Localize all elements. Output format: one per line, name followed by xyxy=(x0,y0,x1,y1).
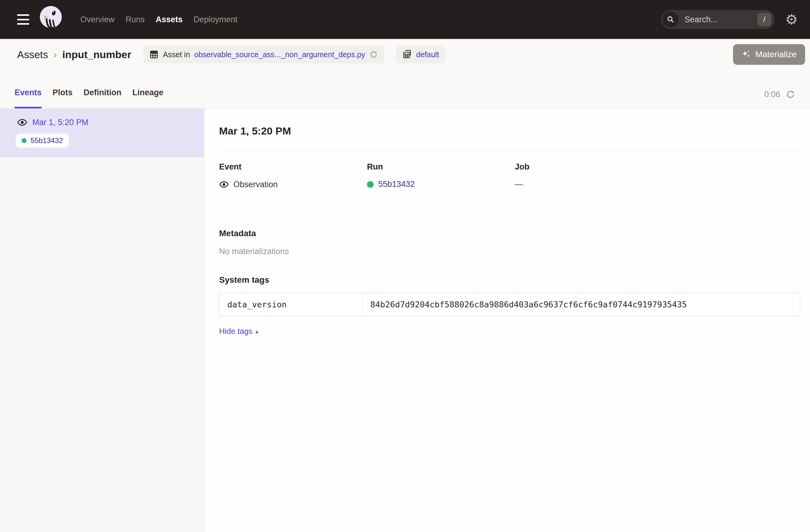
asset-group-icon xyxy=(402,50,412,59)
breadcrumb-separator-icon: › xyxy=(53,49,57,60)
divider xyxy=(219,214,800,214)
job-column-label: Job xyxy=(515,162,800,172)
nav-item-overview[interactable]: Overview xyxy=(80,15,115,25)
event-list-item-selected[interactable]: Mar 1, 5:20 PM 55b13432 xyxy=(0,109,204,157)
run-id-link[interactable]: 55b13432 xyxy=(378,180,415,189)
asset-group-link[interactable]: default xyxy=(416,50,439,59)
metadata-empty-text: No materializations xyxy=(219,247,800,256)
event-summary-grid: Event Observation Run 55b13432 xyxy=(219,162,800,189)
sparkle-icon xyxy=(742,50,751,59)
refresh-countdown: 0:06 xyxy=(764,90,795,108)
asset-definition-chip[interactable]: Asset in observable_source_ass..._non_ar… xyxy=(143,46,384,63)
materialize-button-label: Materialize xyxy=(756,50,797,59)
page-title: input_number xyxy=(62,49,131,61)
run-id-label: 55b13432 xyxy=(30,136,63,145)
run-id-chip[interactable]: 55b13432 xyxy=(16,134,69,148)
asset-source-file-link[interactable]: observable_source_ass..._non_argument_de… xyxy=(194,50,365,59)
event-timestamp-link[interactable]: Mar 1, 5:20 PM xyxy=(32,118,88,127)
dagster-logo-icon[interactable] xyxy=(38,5,63,34)
search-icon xyxy=(663,12,679,27)
tag-value-cell: 84b26d7d9204cbf588026c8a9886d403a6c9637c… xyxy=(362,293,800,316)
caret-up-icon: ▴ xyxy=(256,328,258,335)
tab-plots[interactable]: Plots xyxy=(53,88,73,108)
hamburger-menu-icon[interactable] xyxy=(17,14,29,25)
primary-nav: Overview Runs Assets Deployment xyxy=(80,15,237,25)
tab-definition[interactable]: Definition xyxy=(84,88,122,108)
hide-tags-label: Hide tags xyxy=(219,326,253,336)
divider xyxy=(219,150,800,151)
refresh-timer: 0:06 xyxy=(764,90,780,99)
job-empty-value: — xyxy=(515,180,523,189)
refresh-icon[interactable] xyxy=(785,90,795,99)
breadcrumb-assets-link[interactable]: Assets xyxy=(17,49,48,61)
search-shortcut-key: / xyxy=(757,13,771,26)
table-icon xyxy=(149,50,159,59)
run-column-label: Run xyxy=(367,162,515,172)
asset-detail-tabs: Events Plots Definition Lineage 0:06 xyxy=(0,70,810,109)
search-placeholder: Search... xyxy=(685,15,717,25)
run-column: Run 55b13432 xyxy=(367,162,515,189)
breadcrumb: Assets › input_number Asset in observabl… xyxy=(0,39,810,70)
search-input[interactable]: Search... / xyxy=(661,10,774,29)
tab-lineage[interactable]: Lineage xyxy=(132,88,163,108)
run-status-dot xyxy=(21,138,27,143)
event-column: Event Observation xyxy=(219,162,367,189)
settings-gear-icon[interactable]: ⚙ xyxy=(785,13,798,27)
content-area: Mar 1, 5:20 PM 55b13432 Mar 1, 5:20 PM E… xyxy=(0,109,810,532)
nav-item-runs[interactable]: Runs xyxy=(126,15,145,25)
hide-tags-link[interactable]: Hide tags ▴ xyxy=(219,326,800,336)
system-tags-heading: System tags xyxy=(219,275,800,285)
event-type-value: Observation xyxy=(233,180,278,189)
asset-chip-prefix: Asset in xyxy=(163,50,190,59)
table-row: data_version 84b26d7d9204cbf588026c8a988… xyxy=(220,293,800,316)
observation-eye-icon xyxy=(219,180,229,189)
tag-key-cell: data_version xyxy=(220,293,362,316)
system-tags-table: data_version 84b26d7d9204cbf588026c8a988… xyxy=(219,293,800,316)
nav-item-assets[interactable]: Assets xyxy=(156,15,183,25)
materialize-button[interactable]: Materialize xyxy=(733,44,805,65)
nav-item-deployment[interactable]: Deployment xyxy=(194,15,237,25)
event-detail-title: Mar 1, 5:20 PM xyxy=(219,125,800,137)
run-status-dot xyxy=(367,181,374,188)
job-column: Job — xyxy=(515,162,800,189)
event-column-label: Event xyxy=(219,162,367,172)
metadata-heading: Metadata xyxy=(219,229,800,238)
tab-events[interactable]: Events xyxy=(15,88,42,108)
observation-eye-icon xyxy=(17,117,27,128)
event-detail-panel: Mar 1, 5:20 PM Event Observation Run xyxy=(205,109,810,532)
reload-definition-icon[interactable] xyxy=(369,50,378,59)
event-list-sidebar: Mar 1, 5:20 PM 55b13432 xyxy=(0,109,205,532)
asset-group-chip[interactable]: default xyxy=(396,46,445,63)
top-navigation-bar: Overview Runs Assets Deployment Search..… xyxy=(0,0,810,39)
